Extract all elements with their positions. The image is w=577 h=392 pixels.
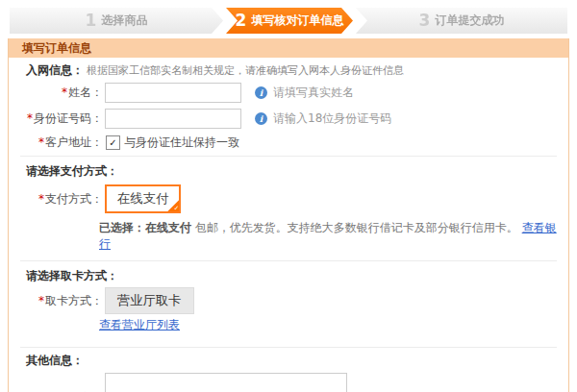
section-network-info: 入网信息：根据国家工信部实名制相关规定，请准确填写入网本人身份证件信息 *姓名：… <box>20 58 557 157</box>
network-info-title: 入网信息： <box>26 63 84 77</box>
pickup-section-title: 请选择取卡方式： <box>26 270 557 282</box>
view-store-list-link[interactable]: 查看营业厅列表 <box>99 318 180 331</box>
address-label: *客户地址： <box>26 135 103 151</box>
message-textarea[interactable] <box>105 373 347 392</box>
id-row: *身份证号码： i 请输入18位身份证号码 <box>26 109 557 129</box>
step-number: 1 <box>86 12 97 29</box>
address-checkbox-label: 与身份证住址保持一致 <box>124 135 239 151</box>
info-icon: i <box>255 112 267 125</box>
online-payment-label: 在线支付 <box>117 191 168 206</box>
pickup-row: *取卡方式： 营业厅取卡 <box>26 287 557 314</box>
address-row: *客户地址： ✓ 与身份证住址保持一致 <box>26 135 557 151</box>
step-fill-order-info: 2 填写核对订单信息 <box>226 8 353 34</box>
address-same-checkbox[interactable]: ✓ <box>106 135 120 150</box>
other-section-title: 其他信息： <box>26 355 557 367</box>
step-label: 填写核对订单信息 <box>251 12 343 29</box>
payment-selected-line: 已选择：在线支付 包邮，优先发货。支持绝大多数银行借记卡及部分银行信用卡。 查看… <box>99 220 557 253</box>
payment-row: *支付方式： 在线支付 ✓ <box>26 184 557 213</box>
store-pickup-button[interactable]: 营业厅取卡 <box>105 287 194 314</box>
step-number: 2 <box>236 12 247 29</box>
required-mark: * <box>38 135 44 149</box>
pickup-label: *取卡方式： <box>26 293 103 309</box>
network-info-subtitle: 根据国家工信部实名制相关规定，请准确填写入网本人身份证件信息 <box>87 64 404 77</box>
section-pickup: 请选择取卡方式： *取卡方式： 营业厅取卡 查看营业厅列表 <box>20 261 557 348</box>
step-select-product: 1 选择商品 <box>10 8 223 34</box>
pickup-link-row: 查看营业厅列表 <box>99 317 557 333</box>
section-other-info: 其他信息： 留言： 推荐人工号： <box>20 348 557 392</box>
section-payment: 请选择支付方式： *支付方式： 在线支付 ✓ 已选择：在线支付 包邮，优先发货。… <box>20 157 557 261</box>
panel-title: 填写订单信息 <box>9 38 568 58</box>
payment-label: *支付方式： <box>26 191 103 208</box>
order-form-panel: 填写订单信息 入网信息：根据国家工信部实名制相关规定，请准确填写入网本人身份证件… <box>8 38 569 392</box>
section-title: 入网信息：根据国家工信部实名制相关规定，请准确填写入网本人身份证件信息 <box>26 64 557 77</box>
progress-bar: 1 选择商品 2 填写核对订单信息 3 订单提交成功 <box>10 8 567 34</box>
name-hint: 请填写真实姓名 <box>273 85 354 101</box>
selected-option: 在线支付 <box>145 221 191 234</box>
selected-desc: 包邮，优先发货。支持绝大多数银行借记卡及部分银行信用卡。 <box>195 221 518 234</box>
name-label: *姓名： <box>26 85 103 101</box>
selected-prefix: 已选择： <box>99 221 145 234</box>
step-label: 选择商品 <box>101 12 147 29</box>
id-number-input[interactable] <box>105 109 241 129</box>
info-icon: i <box>255 86 267 99</box>
required-mark: * <box>27 111 33 125</box>
selected-corner-icon: ✓ <box>167 200 179 211</box>
message-row: 留言： <box>26 373 557 392</box>
required-mark: * <box>38 192 44 206</box>
id-hint: 请输入18位身份证号码 <box>273 110 391 127</box>
message-textarea-wrap <box>105 373 347 392</box>
online-payment-button[interactable]: 在线支付 ✓ <box>105 184 181 213</box>
step-order-success: 3 订单提交成功 <box>356 8 567 34</box>
step-number: 3 <box>419 12 431 29</box>
name-input[interactable] <box>105 83 241 103</box>
check-icon: ✓ <box>109 138 116 148</box>
payment-section-title: 请选择支付方式： <box>26 165 557 178</box>
required-mark: * <box>62 86 67 99</box>
check-icon: ✓ <box>173 205 179 211</box>
id-label: *身份证号码： <box>26 110 103 127</box>
step-label: 订单提交成功 <box>435 12 504 29</box>
name-row: *姓名： i 请填写真实姓名 <box>26 83 557 103</box>
required-mark: * <box>38 294 44 307</box>
